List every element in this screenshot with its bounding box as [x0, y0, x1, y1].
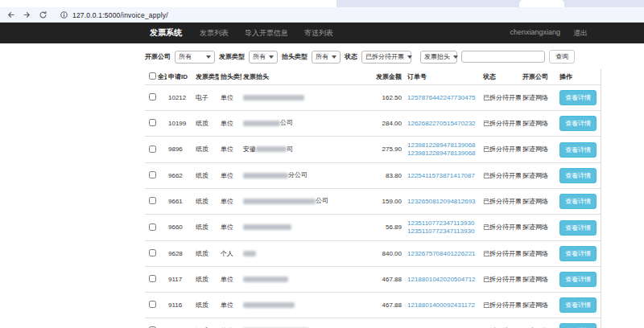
row-checkbox[interactable]: [149, 197, 156, 204]
view-detail-button[interactable]: 查看详情: [559, 90, 597, 105]
cell-invoice-title: [242, 215, 343, 241]
view-detail-button[interactable]: 查看详情: [559, 168, 597, 183]
site-info-icon[interactable]: [60, 10, 68, 19]
cell-title-type: 单位: [219, 85, 242, 111]
table-row: 10212电子单位162.501257876442247730475已拆分待开票…: [145, 85, 601, 111]
cell-invoice-type: 纸质: [194, 215, 219, 241]
redacted-title-text: [243, 277, 288, 282]
cell-invoice-title: 安徽司: [242, 137, 343, 163]
view-detail-button[interactable]: 查看详情: [559, 246, 597, 261]
status-filter-select[interactable]: 已拆分待开票: [361, 51, 411, 64]
cell-invoice-title: 公司: [242, 189, 343, 215]
cell-amount: 83.80: [343, 163, 406, 189]
title-visible-text: 公司: [280, 119, 293, 126]
cell-amount: 56.89: [343, 215, 406, 241]
browser-tab-strip: [0, 0, 644, 7]
search-input[interactable]: [461, 51, 545, 63]
header-status: 状态: [481, 69, 521, 85]
cell-status: 已拆分待开票: [481, 318, 521, 328]
title-type-filter-select[interactable]: 所有: [312, 51, 341, 64]
title-field-select[interactable]: 发票抬头: [420, 51, 457, 64]
cell-apply-id: 9106: [167, 318, 194, 328]
cell-action: 查看详情: [558, 215, 601, 241]
cell-invoice-type: 纸质: [194, 189, 219, 215]
nav-invoice-list[interactable]: 发票列表: [200, 28, 229, 39]
row-checkbox[interactable]: [149, 249, 156, 256]
cell-apply-id: 9116: [167, 293, 194, 318]
order-link[interactable]: 1235110772347113930: [407, 219, 480, 228]
back-icon[interactable]: [6, 10, 15, 19]
cell-company: 探迹网络: [521, 137, 558, 163]
cell-invoice-title: 分公司: [242, 163, 343, 189]
invoice-type-filter-value: 所有: [253, 52, 266, 61]
table-row: 9896纸质单位安徽司275.9012398122894781390681239…: [145, 137, 601, 163]
table-header-row: 全选 申请ID 发票类型 抬头类型 发票抬头 发票金额 订单号 状态 开票公司 …: [145, 69, 601, 85]
cell-invoice-title: 公司: [242, 111, 343, 137]
header-invoice-title: 发票抬头: [242, 69, 343, 85]
cell-apply-id: 9660: [167, 215, 194, 241]
cell-company: 探迹网络: [521, 293, 558, 318]
browser-toolbar: 127.0.0.1:5000/invoice_apply/: [0, 7, 644, 23]
view-detail-button[interactable]: 查看详情: [559, 272, 597, 287]
cell-company: 探迹网络: [521, 215, 558, 241]
brand-title[interactable]: 发票系统: [150, 27, 182, 39]
order-link[interactable]: 1239812289478139068: [407, 141, 480, 150]
row-checkbox[interactable]: [149, 223, 156, 231]
address-bar[interactable]: 127.0.0.1:5000/invoice_apply/: [60, 10, 168, 19]
cell-order-no: 12398122894781390681239812289478139068: [406, 137, 481, 163]
order-link[interactable]: 1232650812094812693: [407, 198, 480, 206]
row-checkbox[interactable]: [149, 119, 156, 126]
cell-invoice-title: [242, 241, 343, 267]
nav-delivery-list[interactable]: 寄送列表: [304, 28, 333, 39]
view-detail-button[interactable]: 查看详情: [559, 323, 597, 328]
filter-bar: 开票公司 所有 发票类型 所有 抬头类型 所有 状态 已拆分待开票 发票抬头 查…: [145, 50, 601, 64]
cell-invoice-type: 纸质: [194, 111, 219, 137]
invoice-type-filter-select[interactable]: 所有: [249, 51, 278, 64]
view-detail-button[interactable]: 查看详情: [559, 116, 597, 131]
row-checkbox[interactable]: [149, 146, 156, 153]
browser-tab[interactable]: [519, 0, 564, 7]
order-link[interactable]: 1225411573871417087: [407, 172, 480, 180]
cell-order-no: 1211625280217683477: [406, 318, 481, 328]
cell-company: 探迹网络: [521, 318, 558, 328]
redacted-title-text: [243, 95, 304, 100]
reload-icon[interactable]: [39, 10, 47, 19]
cell-order-no: 1232675708401226221: [406, 241, 481, 267]
row-checkbox[interactable]: [149, 275, 156, 282]
header-action: 操作: [558, 69, 601, 85]
view-detail-button[interactable]: 查看详情: [559, 220, 597, 236]
order-link[interactable]: 1235110772347113930: [407, 228, 480, 236]
table-row: 9660纸质单位56.89123511077234711393012351107…: [145, 215, 601, 241]
row-checkbox[interactable]: [149, 93, 156, 100]
table-row: 10199纸质单位公司284.001262682270515470232已拆分待…: [145, 111, 601, 137]
main-content: 开票公司 所有 发票类型 所有 抬头类型 所有 状态 已拆分待开票 发票抬头 查…: [145, 50, 601, 328]
current-user[interactable]: chenxiangxiang: [510, 28, 560, 39]
header-apply-id: 申请ID: [167, 69, 194, 85]
forward-icon[interactable]: [23, 10, 31, 19]
order-link[interactable]: 1262682270515470232: [407, 120, 480, 128]
cell-company: 探迹网络: [521, 267, 558, 293]
company-filter-label: 开票公司: [145, 52, 171, 61]
url-text[interactable]: 127.0.0.1:5000/invoice_apply/: [72, 11, 168, 19]
order-link[interactable]: 1239812289478139068: [407, 150, 480, 158]
cell-title-type: 单位: [219, 189, 242, 215]
row-checkbox[interactable]: [149, 171, 156, 178]
query-button[interactable]: 查询: [549, 50, 575, 64]
company-filter-select[interactable]: 所有: [175, 51, 215, 64]
cell-action: 查看详情: [558, 241, 601, 267]
order-link[interactable]: 1218801042020504712: [407, 276, 480, 284]
view-detail-button[interactable]: 查看详情: [559, 194, 597, 209]
table-row: 9661纸质单位公司159.001232650812094812693已拆分待开…: [145, 189, 601, 215]
order-link[interactable]: 1257876442247730475: [407, 94, 480, 102]
nav-import-invoice-info[interactable]: 导入开票信息: [245, 28, 288, 39]
select-all-checkbox[interactable]: [149, 72, 156, 80]
title-visible-text: 公司: [316, 197, 328, 204]
view-detail-button[interactable]: 查看详情: [559, 297, 597, 313]
view-detail-button[interactable]: 查看详情: [559, 142, 597, 158]
cell-apply-id: 9117: [167, 267, 194, 293]
cell-title-type: 单位: [219, 318, 242, 328]
order-link[interactable]: 1232675708401226221: [407, 250, 480, 258]
row-checkbox[interactable]: [149, 301, 156, 308]
order-link[interactable]: 1218801400092431172: [407, 301, 480, 310]
logout-link[interactable]: 退出: [573, 28, 588, 39]
